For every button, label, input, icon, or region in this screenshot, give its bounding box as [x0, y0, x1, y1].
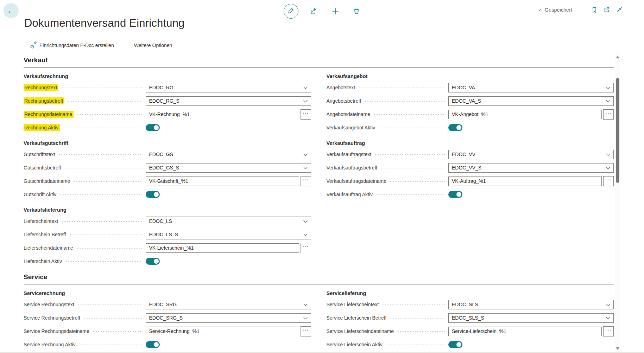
back-button[interactable]: ← [4, 3, 19, 18]
text-field[interactable]: VK-Angebot_%1 [448, 110, 602, 119]
field-row: VerkaufsauftragsdateinameVK-Auftrag_%1··… [327, 174, 614, 188]
field-row: Service RechnungstextEDOC_SRG [24, 298, 311, 311]
dotted-leader [69, 235, 142, 235]
field-label: Rechnungsdateiname [24, 111, 74, 118]
text-field[interactable]: Service-Rechnung_%1 [146, 327, 299, 336]
toggle-switch[interactable] [448, 341, 462, 348]
field-group: VerkaufsauftragVerkaufsauftragstextEDOC_… [327, 139, 614, 201]
field-label: Angebotsbetreff [327, 98, 361, 104]
field-control: VK-Rechnung_%1··· [146, 109, 311, 120]
field-label: Service Lieferschein Aktiv [327, 342, 383, 347]
assist-edit-button[interactable]: ··· [603, 176, 614, 186]
field-row: VerkaufsauftragstextEDOC_VV [327, 148, 614, 161]
group-title: Verkaufsauftrag [327, 139, 614, 148]
arrow-left-icon: ← [7, 7, 15, 15]
field-row: GutschriftstextEDOC_GS [24, 148, 311, 161]
field-label: Rechnungsbetreff [24, 97, 64, 104]
field-group: VerkaufslieferungLieferscheintextEDOC_LS… [24, 205, 311, 268]
field-row: Service RechnungsdateinameService-Rechnu… [24, 325, 311, 338]
field-row: Service LieferscheindateinameService-Lie… [327, 325, 614, 338]
select-field[interactable]: EDOC_GS_S [146, 163, 311, 173]
field-control: EDOC_VV [448, 150, 614, 159]
select-field[interactable]: EDOC_RG [146, 83, 311, 92]
text-field[interactable]: VK-Gutschrift_%1 [146, 176, 299, 186]
toggle-switch[interactable] [146, 191, 160, 198]
ellipsis-icon: ··· [605, 178, 612, 182]
select-field[interactable]: EDOC_GS [146, 150, 311, 159]
select-field[interactable]: EDOC_LS [146, 217, 311, 226]
fasttab-section: ServiceServicerechnungService Rechnungst… [24, 273, 614, 351]
select-value: EDOC_LS [149, 218, 172, 224]
more-options-label: Weitere Optionen [134, 43, 172, 48]
field-control: VK-Lieferschein_%1··· [146, 243, 311, 253]
delete-button[interactable] [353, 8, 360, 15]
scroll-up-icon[interactable] [616, 56, 619, 58]
select-field[interactable]: EDOC_LS_S [146, 230, 311, 239]
field-label: Verkaufsangebot Aktiv [327, 125, 375, 130]
edit-button[interactable] [284, 4, 298, 19]
scroll-down-icon[interactable] [616, 347, 619, 350]
vertical-scrollbar[interactable] [615, 53, 620, 353]
bookmark-button[interactable] [591, 7, 598, 13]
field-control: Service-Lieferschein_%1··· [448, 326, 614, 336]
toggle-switch[interactable] [146, 258, 160, 265]
select-field[interactable]: EDOC_RG_S [146, 96, 311, 106]
chevron-down-icon [303, 315, 308, 321]
create-edoc-setup-action[interactable]: ⚙ ⚙ Einrichtungsdaten E-Doc erstellen [24, 42, 116, 49]
ellipsis-icon: ··· [303, 245, 309, 249]
dotted-leader [390, 318, 445, 319]
select-field[interactable]: EDOC_SRG [146, 300, 311, 309]
scrollbar-thumb[interactable] [616, 78, 619, 183]
field-row: Service Lieferschein Aktiv [327, 338, 614, 351]
select-field[interactable]: EDOC_SRG_S [146, 313, 311, 323]
field-row: Service RechnungsbetreffEDOC_SRG_S [24, 311, 311, 325]
select-field[interactable]: EDOC_VA_S [448, 96, 614, 106]
assist-edit-button[interactable]: ··· [603, 326, 614, 336]
assist-edit-button[interactable]: ··· [301, 176, 311, 186]
open-in-new-window-icon [603, 6, 610, 13]
field-row: RechnungstextEDOC_RG [24, 81, 311, 94]
assist-edit-button[interactable]: ··· [603, 109, 614, 120]
select-field[interactable]: EDOC_VA [448, 83, 614, 92]
chevron-down-icon [303, 165, 308, 171]
toggle-switch[interactable] [448, 124, 462, 131]
field-control: EDOC_SRG [146, 300, 311, 309]
save-status-label: Gespeichert [545, 7, 572, 13]
field-control: EDOC_GS [146, 150, 311, 159]
text-field[interactable]: VK-Auftrag_%1 [448, 176, 602, 186]
text-field[interactable]: VK-Rechnung_%1 [146, 110, 299, 119]
toggle-knob [456, 192, 461, 197]
share-button[interactable] [310, 7, 317, 15]
toggle-switch[interactable] [146, 341, 160, 348]
dotted-leader [378, 128, 445, 128]
text-field[interactable]: Service-Lieferschein_%1 [448, 327, 602, 336]
field-row: Rechnung Aktiv [24, 121, 311, 134]
toggle-switch[interactable] [146, 124, 160, 131]
more-options-action[interactable]: Weitere Optionen [132, 43, 175, 48]
field-label: Angebotsdateiname [327, 111, 371, 117]
group-title: Servicelieferung [327, 289, 614, 298]
dotted-leader [76, 248, 142, 249]
field-row: Service Lieferschein BetreffEDOC_SLS_S [327, 311, 614, 325]
new-button[interactable] [332, 7, 339, 15]
group-title: Servicerechnung [24, 289, 311, 298]
select-value: EDOC_GS [149, 152, 173, 157]
field-control: EDOC_LS [146, 217, 311, 226]
select-field[interactable]: EDOC_VV [448, 150, 614, 159]
window-controls: ✓ Gespeichert [538, 6, 623, 13]
select-field[interactable]: EDOC_SLS [448, 300, 614, 309]
text-field[interactable]: VK-Lieferschein_%1 [146, 243, 299, 253]
select-field[interactable]: EDOC_VV_S [448, 163, 614, 173]
field-label: Service Rechnung Aktiv [24, 342, 76, 347]
assist-edit-button[interactable]: ··· [301, 109, 311, 120]
collapse-button[interactable] [616, 6, 623, 13]
toggle-switch[interactable] [448, 191, 462, 198]
assist-edit-button[interactable]: ··· [301, 326, 311, 336]
collapse-icon [616, 6, 623, 13]
field-control: Service-Rechnung_%1··· [146, 326, 311, 336]
field-row: Service LieferscheintextEDOC_SLS [327, 298, 614, 311]
open-in-new-window-button[interactable] [603, 6, 610, 13]
pencil-icon [288, 7, 295, 15]
assist-edit-button[interactable]: ··· [301, 243, 311, 253]
select-field[interactable]: EDOC_SLS_S [448, 313, 614, 323]
